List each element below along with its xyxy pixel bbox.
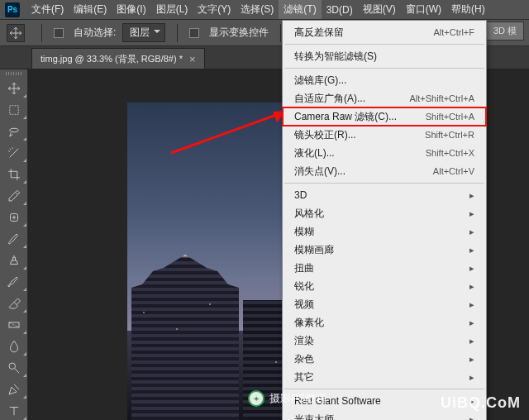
close-icon[interactable]: × <box>189 53 196 65</box>
magic-wand-tool[interactable] <box>0 142 28 164</box>
label: 锐化 <box>294 279 314 294</box>
watermark-left: ✦ 摄影PS教程 <box>248 390 326 407</box>
filter-3d[interactable]: 3D <box>283 186 486 204</box>
label: 杂色 <box>294 352 314 366</box>
menu-view[interactable]: 视图(V) <box>358 0 401 19</box>
document-tab-label: timg.jpg @ 33.3% (背景, RGB/8#) * <box>41 53 183 65</box>
menu-select[interactable]: 选择(S) <box>236 0 279 19</box>
filter-sharpen[interactable]: 锐化 <box>283 277 486 295</box>
divider <box>41 24 42 42</box>
svg-point-3 <box>9 363 16 370</box>
filter-last[interactable]: 高反差保留 Alt+Ctrl+F <box>283 23 486 41</box>
menu-file[interactable]: 文件(F) <box>26 0 69 19</box>
watermark-left-label: 摄影PS教程 <box>269 391 326 406</box>
shortcut: Shift+Ctrl+A <box>426 112 474 122</box>
filter-noise[interactable]: 杂色 <box>283 350 486 368</box>
show-transform-checkbox[interactable] <box>189 28 199 38</box>
eraser-tool[interactable] <box>0 293 28 314</box>
filter-vanishing-point[interactable]: 消失点(V)... Alt+Ctrl+V <box>283 162 486 180</box>
document-tab[interactable]: timg.jpg @ 33.3% (背景, RGB/8#) * × <box>31 48 205 69</box>
divider <box>177 24 178 42</box>
filter-blur-gallery[interactable]: 模糊画廊 <box>283 241 486 259</box>
filter-stylize[interactable]: 风格化 <box>283 204 486 222</box>
pen-tool[interactable] <box>0 379 28 400</box>
mode-3d-button[interactable]: 3D 模 <box>486 21 524 41</box>
label: 扭曲 <box>294 261 314 275</box>
shortcut: Shift+Ctrl+X <box>426 148 474 158</box>
menu-image[interactable]: 图像(I) <box>112 0 150 19</box>
label: 液化(L)... <box>294 146 335 160</box>
eyedropper-tool[interactable] <box>0 185 28 207</box>
healing-brush-tool[interactable] <box>0 207 28 228</box>
label: 像素化 <box>294 316 324 330</box>
watermark-right: UiBQ.CoM <box>441 394 521 412</box>
filter-pixelate[interactable]: 像素化 <box>283 313 486 332</box>
app-icon: Ps <box>5 2 20 17</box>
show-transform-label: 显示变换控件 <box>209 26 269 40</box>
label: Camera Raw 滤镜(C)... <box>294 110 397 124</box>
shortcut: Shift+Ctrl+R <box>425 130 474 140</box>
label: 光束大师 <box>294 413 334 421</box>
label: 滤镜库(G)... <box>294 74 346 88</box>
menu-window[interactable]: 窗口(W) <box>401 0 446 19</box>
menubar: Ps 文件(F) 编辑(E) 图像(I) 图层(L) 文字(Y) 选择(S) 滤… <box>0 0 529 20</box>
move-tool-icon <box>7 24 25 42</box>
menu-help[interactable]: 帮助(H) <box>446 0 490 19</box>
brush-tool[interactable] <box>0 228 28 250</box>
label: 3D <box>294 189 307 201</box>
menu-filter[interactable]: 滤镜(T) <box>279 0 321 19</box>
label: 其它 <box>294 370 314 384</box>
label: 视频 <box>294 298 314 312</box>
label: 自适应广角(A)... <box>294 92 365 106</box>
filter-blur[interactable]: 模糊 <box>283 222 486 241</box>
filter-adaptive-wide-angle[interactable]: 自适应广角(A)... Alt+Shift+Ctrl+A <box>283 89 486 107</box>
filter-video[interactable]: 视频 <box>283 295 486 313</box>
label: 镜头校正(R)... <box>294 128 356 142</box>
filter-other[interactable]: 其它 <box>283 368 486 386</box>
auto-select-checkbox[interactable] <box>54 28 64 38</box>
filter-convert-smart[interactable]: 转换为智能滤镜(S) <box>283 47 486 65</box>
filter-gallery[interactable]: 滤镜库(G)... <box>283 71 486 89</box>
toolbox <box>0 69 28 420</box>
separator <box>284 68 484 69</box>
separator <box>284 183 484 184</box>
marquee-tool[interactable] <box>0 99 28 121</box>
shortcut: Alt+Ctrl+V <box>433 166 474 176</box>
separator <box>284 389 484 389</box>
gradient-tool[interactable] <box>0 314 28 336</box>
menu-edit[interactable]: 编辑(E) <box>69 0 112 19</box>
auto-select-label: 自动选择: <box>74 26 116 40</box>
label: 高反差保留 <box>294 26 344 40</box>
lasso-tool[interactable] <box>0 121 28 142</box>
label: 风格化 <box>294 207 324 221</box>
blur-tool[interactable] <box>0 336 28 357</box>
label: 渲染 <box>294 334 314 348</box>
shortcut: Alt+Ctrl+F <box>433 27 474 37</box>
separator <box>284 44 484 45</box>
move-tool[interactable] <box>0 78 28 99</box>
menu-3d[interactable]: 3D(D) <box>322 2 358 18</box>
filter-liquify[interactable]: 液化(L)... Shift+Ctrl+X <box>283 144 486 162</box>
filter-camera-raw[interactable]: Camera Raw 滤镜(C)... Shift+Ctrl+A <box>283 107 486 126</box>
type-tool[interactable] <box>0 400 28 420</box>
filter-lens-correction[interactable]: 镜头校正(R)... Shift+Ctrl+R <box>283 126 486 144</box>
label: 模糊画廊 <box>294 243 334 257</box>
clone-stamp-tool[interactable] <box>0 250 28 271</box>
filter-render[interactable]: 渲染 <box>283 332 486 350</box>
label: 模糊 <box>294 225 314 239</box>
auto-select-target-dropdown[interactable]: 图层 <box>122 23 165 42</box>
crop-tool[interactable] <box>0 164 28 185</box>
menu-layer[interactable]: 图层(L) <box>151 0 193 19</box>
history-brush-tool[interactable] <box>0 271 28 293</box>
dodge-tool[interactable] <box>0 357 28 379</box>
filter-menu-dropdown: 高反差保留 Alt+Ctrl+F 转换为智能滤镜(S) 滤镜库(G)... 自适… <box>282 20 487 420</box>
toolbox-grip[interactable] <box>0 69 27 78</box>
shortcut: Alt+Shift+Ctrl+A <box>409 93 474 103</box>
menu-text[interactable]: 文字(Y) <box>193 0 236 19</box>
label: 转换为智能滤镜(S) <box>294 50 377 64</box>
label: 消失点(V)... <box>294 165 346 179</box>
filter-distort[interactable]: 扭曲 <box>283 259 486 277</box>
wechat-icon: ✦ <box>248 390 264 407</box>
svg-rect-0 <box>10 106 19 115</box>
